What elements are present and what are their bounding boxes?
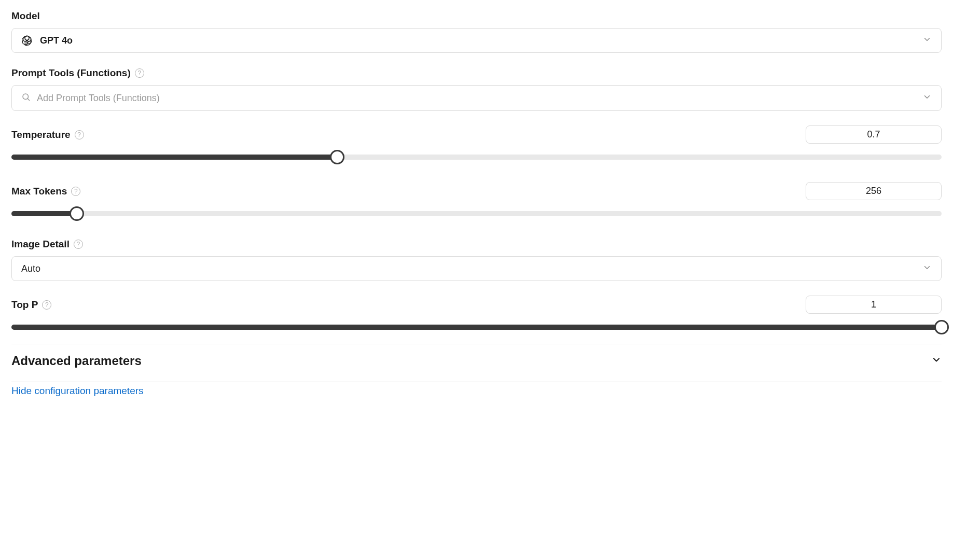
image-detail-label-left: Image Detail ? [11,239,83,250]
slider-track [11,211,942,216]
top-p-label: Top P [11,299,38,311]
top-p-value-input[interactable] [806,296,942,314]
max-tokens-section: Max Tokens ? [11,182,942,221]
max-tokens-slider[interactable] [11,206,942,221]
max-tokens-label: Max Tokens [11,186,67,197]
top-p-section: Top P ? [11,296,942,334]
max-tokens-value-input[interactable] [806,182,942,200]
slider-fill [11,325,942,330]
help-icon[interactable]: ? [75,130,84,139]
model-select[interactable]: GPT 4o [11,28,942,53]
divider [11,382,942,382]
max-tokens-label-left: Max Tokens ? [11,186,80,197]
model-label-left: Model [11,10,40,22]
openai-icon [21,35,33,46]
temperature-label-row: Temperature ? [11,125,942,144]
slider-fill [11,155,337,160]
top-p-slider[interactable] [11,320,942,334]
prompt-tools-section: Prompt Tools (Functions) ? [11,67,942,111]
image-detail-label-row: Image Detail ? [11,239,942,250]
chevron-down-icon [922,92,932,104]
prompt-tools-label: Prompt Tools (Functions) [11,67,131,79]
model-selected-value: GPT 4o [40,35,73,46]
max-tokens-label-row: Max Tokens ? [11,182,942,200]
help-icon[interactable]: ? [71,187,80,196]
chevron-down-icon [922,263,932,274]
help-icon[interactable]: ? [42,300,51,310]
temperature-label-left: Temperature ? [11,129,84,141]
image-detail-selected-value: Auto [21,263,40,274]
chevron-down-icon [931,355,942,367]
top-p-label-left: Top P ? [11,299,51,311]
advanced-parameters-title: Advanced parameters [11,354,142,368]
search-icon [21,92,31,104]
prompt-tools-search-left [21,92,922,104]
prompt-tools-input[interactable] [37,93,922,104]
prompt-tools-label-row: Prompt Tools (Functions) ? [11,67,942,79]
slider-thumb[interactable] [70,206,84,221]
temperature-slider[interactable] [11,150,942,164]
chevron-down-icon [922,35,932,46]
image-detail-section: Image Detail ? Auto [11,239,942,281]
model-select-left: GPT 4o [21,35,73,46]
slider-thumb[interactable] [330,150,344,164]
prompt-tools-label-left: Prompt Tools (Functions) ? [11,67,144,79]
temperature-value-input[interactable] [806,125,942,144]
prompt-tools-select[interactable] [11,85,942,111]
help-icon[interactable]: ? [74,240,83,249]
svg-point-1 [23,94,29,100]
temperature-section: Temperature ? [11,125,942,164]
image-detail-label: Image Detail [11,239,70,250]
temperature-label: Temperature [11,129,71,141]
model-section: Model GPT 4o [11,10,942,53]
advanced-parameters-toggle[interactable]: Advanced parameters [11,344,942,377]
slider-thumb[interactable] [934,320,949,334]
model-label-row: Model [11,10,942,22]
slider-fill [11,211,77,216]
image-detail-select-left: Auto [21,263,40,274]
help-icon[interactable]: ? [135,68,144,78]
hide-config-link[interactable]: Hide configuration parameters [11,382,144,397]
svg-line-2 [27,99,29,100]
top-p-label-row: Top P ? [11,296,942,314]
image-detail-select[interactable]: Auto [11,256,942,281]
model-label: Model [11,10,40,22]
